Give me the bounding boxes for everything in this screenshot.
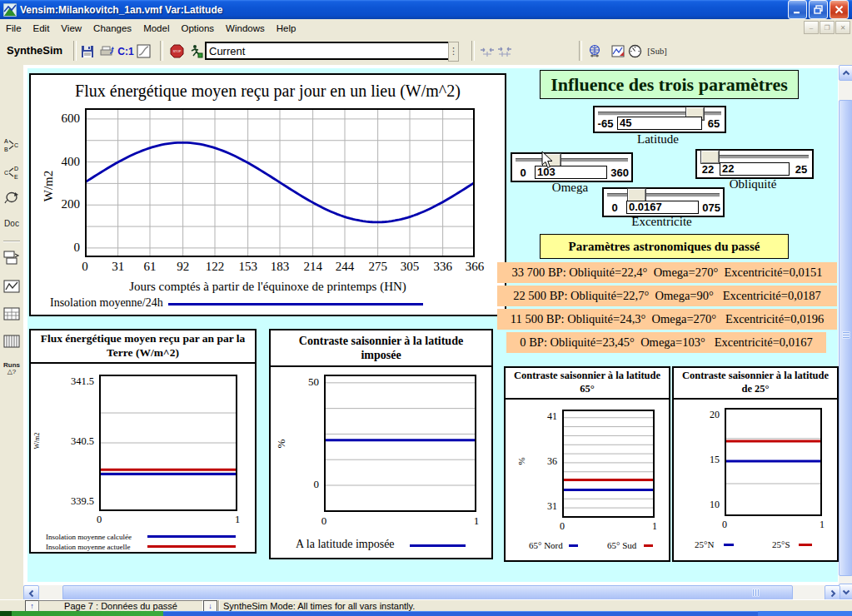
y-tick-label: 20 bbox=[710, 409, 720, 421]
slider-thumb[interactable] bbox=[628, 189, 645, 201]
synthesim-mode-status: SyntheSim Mode: All times for all vars i… bbox=[223, 601, 415, 611]
slider-max-label: 075 bbox=[702, 201, 720, 214]
x-tick-label: 275 bbox=[363, 260, 393, 274]
legend-line bbox=[147, 535, 236, 538]
lookup-editor-button[interactable] bbox=[136, 43, 152, 59]
slider-max-label: 65 bbox=[705, 117, 722, 130]
synthesim-mode-label: SyntheSim bbox=[7, 44, 62, 57]
run-name-input[interactable] bbox=[205, 42, 450, 60]
x-tick-label: 0 bbox=[84, 514, 114, 526]
legend-line bbox=[147, 545, 236, 548]
vertical-scrollbar[interactable] bbox=[839, 65, 852, 598]
past-parameters-title: Paramètres astronomiques du passé bbox=[540, 234, 789, 259]
slider-value-field[interactable]: 22 bbox=[720, 162, 790, 176]
simulate-runner-button[interactable] bbox=[188, 43, 204, 59]
close-button[interactable] bbox=[830, 0, 849, 19]
start-button-edge[interactable] bbox=[0, 611, 12, 616]
slider-value-field[interactable]: 0.0167 bbox=[626, 201, 699, 214]
x-tick-label: 0 bbox=[309, 514, 339, 528]
legend-label: Insolation moyenne actuelle bbox=[46, 543, 130, 551]
causes-tree-icon[interactable]: ABC bbox=[2, 135, 21, 155]
slider-rail[interactable] bbox=[607, 193, 720, 197]
chart-title: Contraste saisonnier à la latitude 65° bbox=[506, 368, 669, 400]
statusbar-separator bbox=[218, 600, 219, 611]
gauge-icon[interactable] bbox=[627, 43, 643, 59]
menu-changes[interactable]: Changes bbox=[87, 21, 137, 36]
x-tick-label: 183 bbox=[265, 260, 295, 274]
subscript-control-icon[interactable]: [Sub] bbox=[645, 43, 670, 59]
slider-min-label: -65 bbox=[597, 117, 614, 130]
legend-line bbox=[168, 303, 423, 306]
horizontal-scroll-thumb[interactable] bbox=[62, 585, 793, 600]
title-bar: Vensim:Milankovitch_1an.vmf Var:Latitude bbox=[0, 0, 852, 19]
status-bar: ↑ Page 7 : Données du passé ↓ SyntheSim … bbox=[0, 599, 852, 612]
slider-min-label: 0 bbox=[606, 201, 623, 214]
minimize-button[interactable] bbox=[788, 0, 807, 19]
chart-contrast-imposed: Contraste saisonnier à la latitude impos… bbox=[269, 329, 493, 559]
runs-compare-icon[interactable]: Runs △? bbox=[2, 359, 21, 379]
x-tick-label: 214 bbox=[298, 260, 328, 274]
y-tick-label: 10 bbox=[710, 499, 720, 511]
start-button-edge[interactable] bbox=[12, 611, 163, 616]
mdi-restore-button[interactable]: ❐ bbox=[820, 21, 835, 34]
x-tick-label: 0 bbox=[547, 520, 577, 533]
svg-text:A: A bbox=[4, 138, 8, 144]
menu-windows[interactable]: Windows bbox=[220, 21, 271, 36]
chart-contrast-65: Contraste saisonnier à la latitude 65° %… bbox=[504, 366, 670, 562]
panel-title: Influence des trois paramètres bbox=[540, 70, 799, 99]
menu-view[interactable]: View bbox=[55, 21, 87, 36]
menu-file[interactable]: File bbox=[0, 21, 27, 36]
output-setup-button[interactable] bbox=[99, 43, 115, 59]
x-tick-label: 1 bbox=[640, 520, 670, 533]
svg-text:C: C bbox=[4, 170, 8, 176]
svg-text:B: B bbox=[4, 147, 8, 152]
window-title: Vensim:Milankovitch_1an.vmf Var:Latitude bbox=[20, 4, 788, 16]
mdi-minimize-button[interactable]: – bbox=[804, 21, 819, 34]
excentricite-label: Excentricite bbox=[602, 215, 721, 229]
vertical-scroll-thumb[interactable] bbox=[839, 100, 852, 576]
scroll-down-button[interactable] bbox=[839, 584, 852, 599]
slider-rail[interactable] bbox=[516, 158, 628, 162]
latitude-slider: -65 45 65 bbox=[593, 106, 726, 133]
uses-tree-icon[interactable]: CDE bbox=[2, 162, 21, 182]
strip-graph-icon[interactable] bbox=[610, 43, 625, 59]
x-tick-label: 0 bbox=[710, 519, 740, 531]
loops-icon[interactable] bbox=[2, 187, 21, 207]
save-button[interactable] bbox=[79, 43, 95, 59]
menu-options[interactable]: Options bbox=[175, 21, 220, 36]
run-field-options-button[interactable]: ⋮ bbox=[448, 42, 459, 62]
mdi-close-button[interactable]: ✕ bbox=[835, 21, 850, 34]
legend-label: 25°S bbox=[772, 539, 790, 549]
past-row-33700bp: 33 700 BP: Obliquité=22,4° Omega=270° Ex… bbox=[497, 262, 837, 283]
compress-all-icon[interactable] bbox=[496, 43, 512, 59]
vensim-app-icon[interactable] bbox=[3, 3, 17, 17]
legend-label: A la latitude imposée bbox=[296, 538, 395, 551]
x-tick-label: 1 bbox=[807, 519, 837, 531]
restore-button[interactable] bbox=[809, 0, 828, 19]
control-panel-button[interactable]: C:1 bbox=[118, 43, 133, 59]
scroll-up-button[interactable] bbox=[839, 65, 852, 81]
slider-thumb[interactable] bbox=[701, 151, 719, 163]
x-tick-label: 244 bbox=[330, 260, 360, 274]
legend-label: Insolation moyenne calculée bbox=[46, 533, 132, 541]
document-tool-icon[interactable]: Doc bbox=[2, 213, 21, 233]
menu-model[interactable]: Model bbox=[137, 21, 175, 36]
menu-help[interactable]: Help bbox=[271, 21, 302, 36]
x-tick-label: 92 bbox=[168, 260, 198, 274]
stop-button[interactable]: STOP bbox=[169, 43, 185, 59]
menu-edit[interactable]: Edit bbox=[27, 21, 56, 36]
x-tick-label: 366 bbox=[460, 260, 490, 274]
slider-value-field[interactable]: 45 bbox=[617, 117, 702, 130]
graph-tool-icon[interactable] bbox=[2, 276, 21, 296]
table-tool-icon[interactable] bbox=[2, 304, 21, 324]
slider-max-label: 360 bbox=[610, 166, 629, 179]
causes-strip-icon[interactable] bbox=[2, 248, 21, 268]
compress-horizontal-icon[interactable] bbox=[479, 43, 495, 59]
sketch-canvas: Flux énergétique moyen reçu par jour en … bbox=[23, 65, 839, 585]
table-time-down-icon[interactable] bbox=[2, 331, 21, 351]
y-tick-label: 15 bbox=[710, 454, 720, 466]
horizontal-scrollbar[interactable] bbox=[23, 585, 839, 599]
y-tick-label: 400 bbox=[62, 155, 81, 169]
model-structure-icon[interactable] bbox=[586, 43, 602, 59]
legend-line bbox=[644, 544, 653, 547]
